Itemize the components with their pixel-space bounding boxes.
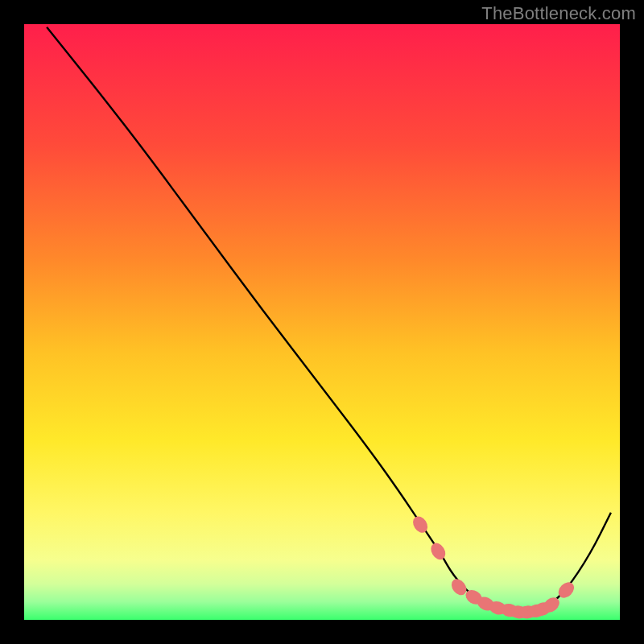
plot-background (24, 24, 620, 620)
watermark-text: TheBottleneck.com (481, 3, 636, 24)
chart-frame: TheBottleneck.com (0, 0, 644, 644)
bottleneck-chart (0, 0, 644, 644)
